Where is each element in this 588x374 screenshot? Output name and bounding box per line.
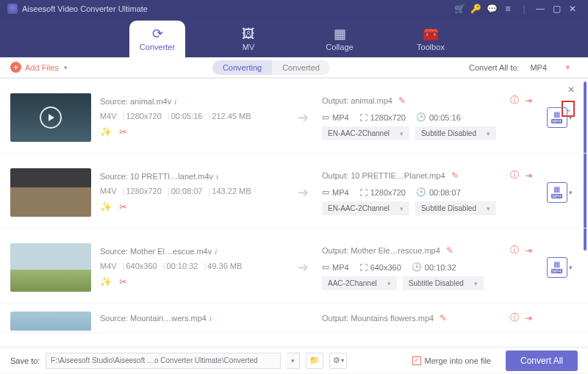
tab-toolbox[interactable]: 🧰 Toolbox	[403, 21, 459, 57]
play-icon	[40, 107, 62, 129]
save-path-field[interactable]: F:\Aiseesoft Studio\Aiseesoft …o Convert…	[46, 353, 281, 369]
open-folder-button[interactable]: 📁	[306, 353, 323, 369]
file-icon: ▭	[322, 187, 329, 197]
edit-wand-icon[interactable]: ✨	[100, 276, 112, 287]
source-resolution: 1280x720	[121, 112, 162, 121]
file-item: Source: Mountain…wers.mp4i Output: Mount…	[0, 303, 588, 333]
clock-icon: 🕒	[416, 187, 426, 197]
cut-icon[interactable]: ✂	[119, 276, 127, 287]
subtitle-dropdown[interactable]: Subtitle Disabled	[415, 201, 496, 215]
file-item: ✕ ⌄ Source: animal.m4vi M4V 1280x720 00:…	[0, 79, 588, 154]
toolbar: + Add Files ▾ Converting Converted Conve…	[0, 57, 588, 78]
menu-icon[interactable]: ≡	[500, 4, 516, 13]
output-resolution: 1280x720	[370, 188, 406, 197]
compress-icon[interactable]: ⇥	[525, 245, 532, 256]
compress-icon[interactable]: ⇥	[525, 170, 532, 181]
arrow-icon: ➔	[293, 109, 313, 126]
convert-all-format-dropdown[interactable]: MP4 ▼	[523, 60, 578, 75]
cut-icon[interactable]: ✂	[119, 201, 127, 212]
file-list[interactable]: ✕ ⌄ Source: animal.m4vi M4V 1280x720 00:…	[0, 78, 588, 347]
audio-track-dropdown[interactable]: EN-AAC-2Channel	[322, 201, 409, 215]
subtitle-dropdown[interactable]: Subtitle Disabled	[403, 276, 484, 290]
edit-wand-icon[interactable]: ✨	[100, 201, 112, 212]
info2-icon[interactable]: ⓘ	[510, 312, 519, 324]
cut-icon[interactable]: ✂	[119, 126, 127, 137]
output-label: Output: animal.mp4	[322, 96, 392, 105]
rename-icon[interactable]: ✎	[451, 170, 459, 181]
path-dropdown-icon[interactable]: ▾	[287, 353, 300, 369]
source-size: 143.22 MB	[207, 187, 251, 195]
file-item: Source: Mother El…escue.m4vi M4V 640x360…	[0, 229, 588, 303]
plus-icon: +	[10, 62, 21, 73]
format-dropdown-icon[interactable]: ▾	[569, 189, 573, 196]
info-icon[interactable]: i	[209, 314, 212, 323]
output-duration: 00:08:07	[429, 188, 461, 197]
file-item: Source: 10 PRETTI…lanet.m4vi M4V 1280x72…	[0, 154, 588, 229]
seg-converted[interactable]: Converted	[272, 60, 330, 75]
source-resolution: 640x360	[121, 262, 157, 270]
source-format: M4V	[100, 112, 117, 121]
info2-icon[interactable]: ⓘ	[510, 244, 519, 256]
info2-icon[interactable]: ⓘ	[510, 94, 519, 107]
thumbnail[interactable]	[10, 243, 91, 292]
merge-checkbox[interactable]: ✓ Merge into one file	[412, 356, 491, 365]
source-format: M4V	[100, 262, 117, 270]
source-duration: 00:05:16	[166, 112, 203, 121]
close-icon[interactable]: ✕	[564, 4, 581, 13]
output-format-button[interactable]: ▦MP4	[547, 107, 567, 128]
clock-icon: 🕒	[412, 262, 422, 272]
source-size: 49.36 MB	[202, 262, 242, 270]
info2-icon[interactable]: ⓘ	[510, 169, 519, 181]
output-label: Output: Mountains flowers.mp4	[322, 314, 434, 323]
feedback-icon[interactable]: 💬	[484, 4, 500, 13]
remove-item-button[interactable]: ✕	[567, 84, 575, 95]
save-to-label: Save to:	[10, 356, 40, 365]
triangle-down-icon: ▼	[564, 64, 571, 71]
output-format-button[interactable]: ▦MP4	[547, 182, 567, 203]
compress-icon[interactable]: ⇥	[525, 313, 532, 323]
add-files-button[interactable]: + Add Files ▾	[10, 62, 68, 73]
rename-icon[interactable]: ✎	[446, 245, 453, 256]
source-label: Source: Mountain…wers.mp4	[100, 314, 207, 323]
info-icon[interactable]: i	[216, 172, 218, 181]
tab-converter[interactable]: ⟳ Converter	[129, 21, 185, 57]
clock-icon: 🕒	[416, 112, 426, 122]
output-format: MP4	[332, 263, 349, 272]
thumbnail[interactable]	[10, 93, 91, 142]
thumbnail[interactable]	[10, 168, 91, 217]
tab-collage[interactable]: ▦ Collage	[312, 21, 368, 57]
output-format-button[interactable]: ▦MP4	[547, 257, 567, 278]
settings-button[interactable]: ⚙▾	[329, 353, 347, 369]
tab-mv[interactable]: 🖼 MV	[220, 21, 276, 57]
arrow-icon: ➔	[293, 184, 313, 201]
source-duration: 00:10:32	[162, 262, 198, 270]
output-label: Output: 10 PRETTIE…Planet.mp4	[322, 171, 445, 180]
output-format: MP4	[332, 188, 349, 197]
output-resolution: 640x360	[370, 263, 401, 272]
format-dropdown-icon[interactable]: ▾	[569, 114, 573, 121]
edit-wand-icon[interactable]: ✨	[100, 126, 112, 137]
rename-icon[interactable]: ✎	[440, 313, 447, 323]
cart-icon[interactable]: 🛒	[451, 4, 467, 13]
thumbnail[interactable]	[10, 312, 91, 331]
format-dropdown-icon[interactable]: ▾	[569, 264, 573, 271]
info-icon[interactable]: i	[174, 97, 176, 106]
seg-converting[interactable]: Converting	[212, 60, 272, 75]
source-format: M4V	[100, 187, 117, 195]
audio-track-dropdown[interactable]: AAC-2Channel	[322, 276, 397, 290]
rename-icon[interactable]: ✎	[398, 96, 406, 106]
audio-track-dropdown[interactable]: EN-AAC-2Channel	[322, 126, 409, 140]
info-icon[interactable]: i	[215, 247, 217, 256]
key-icon[interactable]: 🔑	[467, 4, 484, 13]
output-label: Output: Mother Ele…rescue.mp4	[322, 246, 440, 255]
mv-icon: 🖼	[242, 27, 255, 40]
resolution-icon: ⛶	[359, 113, 368, 122]
source-label: Source: animal.m4v	[100, 97, 171, 106]
convert-all-button[interactable]: Convert All	[506, 350, 578, 371]
maximize-icon[interactable]: ▢	[548, 4, 564, 13]
compress-icon[interactable]: ⇥	[525, 96, 532, 106]
minimize-icon[interactable]: —	[532, 4, 548, 13]
subtitle-dropdown[interactable]: Subtitle Disabled	[415, 126, 496, 140]
bottom-bar: Save to: F:\Aiseesoft Studio\Aiseesoft ……	[0, 347, 588, 373]
file-icon: ▭	[322, 262, 329, 272]
